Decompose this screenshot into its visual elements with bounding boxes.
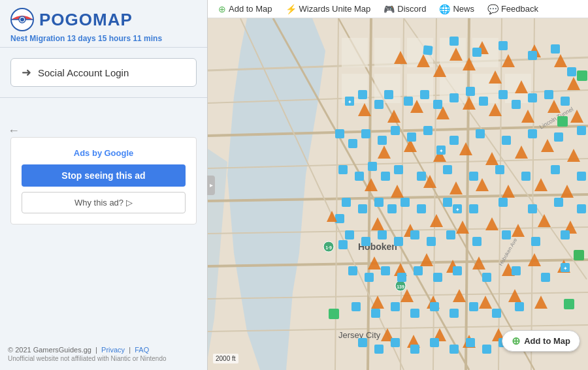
svg-rect-178 <box>446 230 455 239</box>
svg-rect-110 <box>449 37 459 46</box>
svg-rect-113 <box>528 51 537 60</box>
svg-rect-117 <box>358 90 367 99</box>
svg-rect-174 <box>378 230 387 239</box>
back-arrow[interactable]: ← <box>8 124 20 138</box>
svg-rect-205 <box>410 345 419 354</box>
svg-rect-149 <box>355 172 364 181</box>
svg-rect-123 <box>449 93 459 102</box>
speech-bubble-icon: 💬 <box>487 4 498 14</box>
svg-rect-197 <box>430 302 439 311</box>
add-to-map-nav-button[interactable]: ⊕ Add to Map <box>213 2 278 16</box>
news-button[interactable]: 🌐 News <box>434 2 480 16</box>
discord-button[interactable]: 🎮 Discord <box>378 2 431 16</box>
svg-rect-211 <box>577 70 587 81</box>
svg-rect-171 <box>577 204 586 213</box>
svg-rect-192 <box>541 273 550 282</box>
svg-rect-164 <box>400 198 410 207</box>
svg-rect-112 <box>498 41 508 50</box>
why-this-ad-button[interactable]: Why this ad? ▷ <box>22 192 186 213</box>
feedback-label: Feedback <box>501 4 538 14</box>
login-button-label: Social Account Login <box>38 67 129 78</box>
svg-rect-25 <box>342 38 368 67</box>
svg-rect-135 <box>335 129 344 138</box>
svg-rect-148 <box>338 165 348 174</box>
map-canvas[interactable]: Hoboken Jersey City Lincoln Tunnel Hobok… <box>208 18 588 370</box>
svg-rect-157 <box>521 172 531 181</box>
scale-bar: 2000 ft <box>213 354 238 363</box>
svg-rect-158 <box>551 165 560 174</box>
svg-rect-181 <box>531 237 540 246</box>
svg-rect-168 <box>498 198 508 207</box>
svg-rect-209 <box>482 345 491 354</box>
wizards-unite-label: Wizards Unite Map <box>299 4 371 14</box>
lightning-icon: ⚡ <box>286 4 297 14</box>
add-to-map-nav-label: Add to Map <box>229 4 272 14</box>
scale-label: 2000 ft <box>216 355 236 362</box>
svg-rect-122 <box>433 100 442 109</box>
map-navbar: ⊕ Add to Map ⚡ Wizards Unite Map 🎮 Disco… <box>208 0 588 18</box>
svg-rect-215 <box>574 250 584 260</box>
svg-rect-173 <box>361 237 370 246</box>
svg-rect-119 <box>384 90 393 99</box>
svg-rect-185 <box>381 266 390 275</box>
footer: © 2021 GamersGuides.gg | Privacy | FAQ U… <box>0 346 207 362</box>
svg-rect-118 <box>374 100 384 109</box>
svg-rect-187 <box>414 266 423 275</box>
login-button[interactable]: ➜ Social Account Login <box>10 58 197 87</box>
svg-rect-180 <box>502 230 511 239</box>
svg-rect-196 <box>410 309 419 318</box>
discord-icon: 🎮 <box>384 4 395 14</box>
svg-rect-208 <box>466 338 475 347</box>
svg-rect-189 <box>453 266 462 275</box>
svg-rect-184 <box>365 273 374 282</box>
login-section: ➜ Social Account Login <box>0 48 207 98</box>
svg-text:✦: ✦ <box>563 266 568 271</box>
svg-rect-136 <box>348 139 357 148</box>
svg-rect-128 <box>528 93 537 102</box>
svg-rect-155 <box>469 172 478 181</box>
svg-rect-202 <box>358 338 367 347</box>
svg-rect-160 <box>342 198 351 207</box>
svg-text:✦: ✦ <box>348 99 352 105</box>
footer-disclaimer: Unofficial website not affiliated with N… <box>8 355 199 362</box>
add-to-map-bottom-button[interactable]: ⊕ Add to Map <box>502 330 580 352</box>
faq-link[interactable]: FAQ <box>135 346 149 354</box>
svg-rect-138 <box>378 136 387 145</box>
login-icon: ➜ <box>22 65 31 80</box>
news-label: News <box>453 4 474 14</box>
svg-rect-153 <box>417 172 426 181</box>
svg-rect-166 <box>443 198 452 207</box>
svg-rect-186 <box>397 273 406 282</box>
discord-label: Discord <box>397 4 426 14</box>
svg-rect-162 <box>374 198 384 207</box>
svg-rect-120 <box>404 97 413 106</box>
logo-area: POGOMAP Nest Migration 13 days 15 hours … <box>0 0 207 48</box>
ads-section: Ads by Google Stop seeing this ad Why th… <box>10 137 197 224</box>
svg-rect-127 <box>512 100 521 109</box>
sidebar: POGOMAP Nest Migration 13 days 15 hours … <box>0 0 208 370</box>
svg-rect-140 <box>407 132 416 142</box>
svg-rect-179 <box>472 237 482 246</box>
svg-rect-143 <box>476 129 485 138</box>
svg-rect-203 <box>374 345 384 354</box>
svg-rect-188 <box>433 273 442 282</box>
wizards-unite-button[interactable]: ⚡ Wizards Unite Map <box>280 2 376 16</box>
svg-rect-109 <box>423 45 433 55</box>
svg-rect-146 <box>554 132 563 142</box>
svg-rect-151 <box>381 172 390 181</box>
plus-icon: ⊕ <box>512 335 520 347</box>
stop-seeing-button[interactable]: Stop seeing this ad <box>22 164 186 187</box>
svg-rect-145 <box>528 129 537 138</box>
svg-rect-144 <box>502 136 511 145</box>
svg-rect-137 <box>361 129 370 138</box>
collapse-sidebar-arrow[interactable]: ▸ <box>207 176 215 195</box>
privacy-link[interactable]: Privacy <box>101 346 125 354</box>
svg-rect-206 <box>430 338 439 347</box>
svg-rect-121 <box>420 90 429 99</box>
svg-rect-182 <box>561 230 570 239</box>
svg-text:139: 139 <box>397 285 404 289</box>
svg-rect-154 <box>443 165 452 174</box>
feedback-button[interactable]: 💬 Feedback <box>482 2 544 16</box>
play-icon: ▷ <box>126 198 133 208</box>
svg-rect-212 <box>557 116 568 127</box>
